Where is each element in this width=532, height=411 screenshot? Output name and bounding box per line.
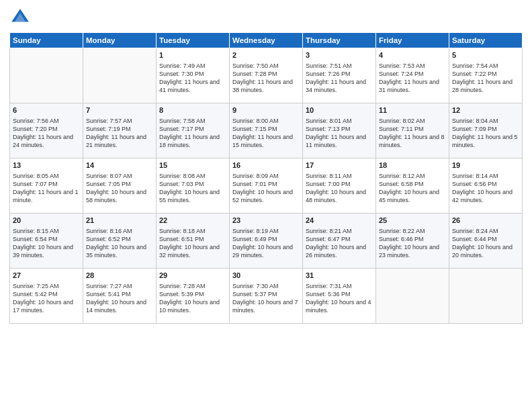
calendar-cell: 19Sunrise: 8:14 AMSunset: 6:56 PMDayligh… xyxy=(449,158,523,214)
sunrise-text: Sunrise: 7:54 AM xyxy=(452,62,498,69)
calendar-cell: 10Sunrise: 8:01 AMSunset: 7:13 PMDayligh… xyxy=(303,103,376,158)
daylight-text: Daylight: 10 hours and 58 minutes. xyxy=(86,189,146,203)
sunrise-text: Sunrise: 8:05 AM xyxy=(13,173,59,179)
calendar-cell: 31Sunrise: 7:31 AMSunset: 5:36 PMDayligh… xyxy=(303,269,376,324)
daylight-text: Daylight: 11 hours and 31 minutes. xyxy=(379,79,439,93)
day-number: 22 xyxy=(159,216,226,226)
calendar-cell: 24Sunrise: 8:21 AMSunset: 6:47 PMDayligh… xyxy=(303,214,376,269)
sunset-text: Sunset: 7:30 PM xyxy=(159,71,204,77)
daylight-text: Daylight: 11 hours and 41 minutes. xyxy=(159,79,220,93)
sunset-text: Sunset: 6:52 PM xyxy=(86,236,131,242)
day-number: 12 xyxy=(452,105,519,116)
daylight-text: Daylight: 11 hours and 15 minutes. xyxy=(232,134,293,148)
sunrise-text: Sunrise: 8:01 AM xyxy=(306,118,352,124)
daylight-text: Daylight: 10 hours and 10 minutes. xyxy=(159,299,220,314)
sunrise-text: Sunrise: 8:21 AM xyxy=(306,228,352,234)
day-number: 28 xyxy=(86,271,153,281)
sunset-text: Sunset: 7:07 PM xyxy=(13,181,58,187)
sunset-text: Sunset: 7:24 PM xyxy=(379,71,424,77)
sunrise-text: Sunrise: 7:31 AM xyxy=(306,283,352,289)
calendar-cell: 9Sunrise: 8:00 AMSunset: 7:15 PMDaylight… xyxy=(230,103,303,158)
sunset-text: Sunset: 7:26 PM xyxy=(306,71,351,77)
day-header-wednesday: Wednesday xyxy=(230,33,303,48)
sunrise-text: Sunrise: 8:12 AM xyxy=(379,173,425,179)
day-number: 17 xyxy=(306,161,373,171)
daylight-text: Daylight: 10 hours and 55 minutes. xyxy=(159,189,220,203)
sunset-text: Sunset: 6:56 PM xyxy=(452,181,497,187)
calendar-week-row: 6Sunrise: 7:56 AMSunset: 7:20 PMDaylight… xyxy=(10,103,523,158)
day-number: 19 xyxy=(452,161,519,171)
daylight-text: Daylight: 10 hours and 29 minutes. xyxy=(232,244,293,259)
sunset-text: Sunset: 6:47 PM xyxy=(306,236,351,242)
sunset-text: Sunset: 6:58 PM xyxy=(379,181,424,187)
daylight-text: Daylight: 10 hours and 45 minutes. xyxy=(379,189,439,203)
calendar-cell: 6Sunrise: 7:56 AMSunset: 7:20 PMDaylight… xyxy=(10,103,83,158)
daylight-text: Daylight: 11 hours and 18 minutes. xyxy=(159,134,220,148)
logo xyxy=(9,7,34,28)
calendar-cell: 29Sunrise: 7:28 AMSunset: 5:39 PMDayligh… xyxy=(157,269,230,324)
calendar-cell: 7Sunrise: 7:57 AMSunset: 7:19 PMDaylight… xyxy=(83,103,157,158)
sunset-text: Sunset: 7:00 PM xyxy=(306,181,351,187)
daylight-text: Daylight: 11 hours and 38 minutes. xyxy=(232,79,293,93)
sunrise-text: Sunrise: 8:09 AM xyxy=(232,173,279,179)
calendar-cell: 14Sunrise: 8:07 AMSunset: 7:05 PMDayligh… xyxy=(83,158,157,214)
daylight-text: Daylight: 10 hours and 20 minutes. xyxy=(452,244,513,259)
sunrise-text: Sunrise: 8:02 AM xyxy=(379,118,425,124)
day-number: 5 xyxy=(452,50,519,60)
day-number: 31 xyxy=(306,271,373,281)
daylight-text: Daylight: 10 hours and 7 minutes. xyxy=(232,299,298,314)
sunrise-text: Sunrise: 7:56 AM xyxy=(13,118,59,124)
sunset-text: Sunset: 6:49 PM xyxy=(232,236,277,242)
sunrise-text: Sunrise: 7:53 AM xyxy=(379,62,425,69)
day-number: 26 xyxy=(452,216,519,226)
sunset-text: Sunset: 5:39 PM xyxy=(159,291,204,298)
sunrise-text: Sunrise: 8:19 AM xyxy=(232,228,279,234)
calendar-cell xyxy=(376,269,449,324)
calendar-cell: 18Sunrise: 8:12 AMSunset: 6:58 PMDayligh… xyxy=(376,158,449,214)
day-number: 1 xyxy=(159,50,226,60)
calendar-cell xyxy=(10,48,83,103)
daylight-text: Daylight: 11 hours and 1 minute. xyxy=(13,189,79,203)
day-number: 14 xyxy=(86,161,153,171)
day-number: 6 xyxy=(13,105,80,116)
calendar-cell: 4Sunrise: 7:53 AMSunset: 7:24 PMDaylight… xyxy=(376,48,449,103)
logo-icon xyxy=(9,7,31,28)
sunrise-text: Sunrise: 8:15 AM xyxy=(13,228,59,234)
sunrise-text: Sunrise: 7:51 AM xyxy=(306,62,352,69)
calendar-cell: 1Sunrise: 7:49 AMSunset: 7:30 PMDaylight… xyxy=(157,48,230,103)
daylight-text: Daylight: 11 hours and 24 minutes. xyxy=(13,134,73,148)
day-number: 10 xyxy=(306,105,373,116)
daylight-text: Daylight: 11 hours and 34 minutes. xyxy=(306,79,366,93)
sunrise-text: Sunrise: 8:16 AM xyxy=(86,228,132,234)
daylight-text: Daylight: 11 hours and 5 minutes. xyxy=(452,134,518,148)
sunset-text: Sunset: 7:17 PM xyxy=(159,126,204,132)
sunrise-text: Sunrise: 7:58 AM xyxy=(159,118,206,124)
sunrise-text: Sunrise: 8:07 AM xyxy=(86,173,132,179)
day-number: 16 xyxy=(232,161,300,171)
day-number: 30 xyxy=(232,271,300,281)
daylight-text: Daylight: 10 hours and 39 minutes. xyxy=(13,244,73,259)
day-number: 27 xyxy=(13,271,80,281)
calendar-cell: 5Sunrise: 7:54 AMSunset: 7:22 PMDaylight… xyxy=(449,48,523,103)
page-container: SundayMondayTuesdayWednesdayThursdayFrid… xyxy=(0,0,532,328)
sunset-text: Sunset: 7:05 PM xyxy=(86,181,131,187)
sunset-text: Sunset: 5:42 PM xyxy=(13,291,58,298)
day-number: 11 xyxy=(379,105,446,116)
sunrise-text: Sunrise: 8:14 AM xyxy=(452,173,498,179)
day-header-friday: Friday xyxy=(376,33,449,48)
sunset-text: Sunset: 7:13 PM xyxy=(306,126,351,132)
daylight-text: Daylight: 10 hours and 42 minutes. xyxy=(452,189,513,203)
calendar-cell: 3Sunrise: 7:51 AMSunset: 7:26 PMDaylight… xyxy=(303,48,376,103)
day-number: 25 xyxy=(379,216,446,226)
calendar-cell: 28Sunrise: 7:27 AMSunset: 5:41 PMDayligh… xyxy=(83,269,157,324)
sunset-text: Sunset: 6:46 PM xyxy=(379,236,424,242)
day-number: 23 xyxy=(232,216,300,226)
calendar-cell: 17Sunrise: 8:11 AMSunset: 7:00 PMDayligh… xyxy=(303,158,376,214)
calendar-cell: 15Sunrise: 8:08 AMSunset: 7:03 PMDayligh… xyxy=(157,158,230,214)
day-header-saturday: Saturday xyxy=(449,33,523,48)
calendar-cell: 30Sunrise: 7:30 AMSunset: 5:37 PMDayligh… xyxy=(230,269,303,324)
calendar-cell: 25Sunrise: 8:22 AMSunset: 6:46 PMDayligh… xyxy=(376,214,449,269)
sunset-text: Sunset: 6:44 PM xyxy=(452,236,497,242)
day-header-thursday: Thursday xyxy=(303,33,376,48)
calendar-cell: 20Sunrise: 8:15 AMSunset: 6:54 PMDayligh… xyxy=(10,214,83,269)
